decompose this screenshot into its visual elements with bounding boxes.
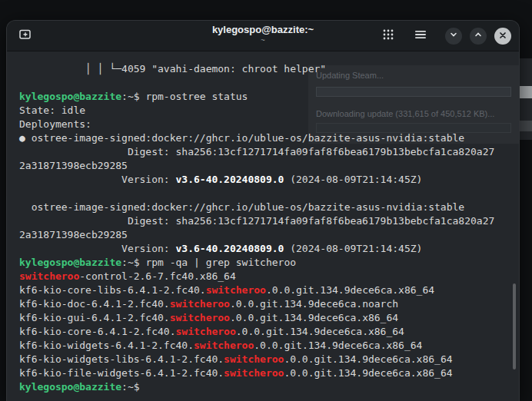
terminal-text: (2024-08-09T21:14:45Z) <box>284 174 422 185</box>
terminal-text: │ │ └─4059 "avahi-daemon: chroot helper" <box>19 63 326 75</box>
prompt-text: kylegospo@bazzite <box>19 381 121 393</box>
terminal-line: Version: v3.6-40.20240809.0 (2024-08-09T… <box>19 242 519 256</box>
grep-match: switcheroo <box>224 353 284 365</box>
terminal-text: .0.0.git.134.9dece6ca.x86_64 <box>266 284 434 296</box>
terminal-text: kf6-kio-file-widgets-6.4.1-2.fc40. <box>19 367 224 379</box>
terminal-text: kf6-kio-core-6.4.1-2.fc40. <box>19 326 176 337</box>
new-tab-icon <box>19 28 32 43</box>
minimize-button[interactable] <box>445 28 462 45</box>
terminal-line: ● ostree-image-signed:docker://ghcr.io/u… <box>19 131 519 145</box>
terminal-line <box>19 187 519 200</box>
version-text: v3.6-40.20240809.0 <box>176 174 284 185</box>
steam-progress-edge-dim <box>520 121 532 131</box>
terminal-text: rpm-ostree status <box>145 91 248 102</box>
terminal-text: .0.0.git.134.9dece6ca.x86_64 <box>254 340 422 351</box>
grid-icon <box>382 28 394 44</box>
terminal-line: Digest: sha256:13cf1271714fa09faf8f6bea6… <box>19 214 519 228</box>
terminal-text: Digest: sha256:13cf1271714fa09faf8f6bea6… <box>19 146 494 157</box>
grep-match: switcheroo <box>206 284 266 296</box>
terminal-text: ostree-image-signed:docker://ghcr.io/ubl… <box>19 201 464 213</box>
terminal-text: (2024-08-09T21:14:45Z) <box>284 243 422 254</box>
terminal-text: Version: <box>19 174 176 185</box>
chevron-up-icon <box>473 29 484 43</box>
terminal-text: 2a31871398ecb29285 <box>19 229 128 240</box>
terminal-line: kf6-kio-core-6.4.1-2.fc40.switcheroo.0.0… <box>19 325 519 339</box>
terminal-text: .0.0.git.134.9dece6ca.x86_64 <box>284 353 452 365</box>
grep-match: switcheroo <box>170 298 230 310</box>
terminal-line: kylegospo@bazzite:~$ <box>19 380 519 394</box>
steam-progress-edge <box>520 86 532 98</box>
terminal-text: .0.0.git.134.9dece6ca.noarch <box>230 298 398 310</box>
terminal-text: kf6-kio-widgets-libs-6.4.1-2.fc40. <box>19 353 224 365</box>
terminal-window: kylegospo@bazzite:~ ~ <box>6 20 520 401</box>
terminal-line: ostree-image-signed:docker://ghcr.io/ubl… <box>19 200 519 214</box>
terminal-text: kf6-kio-doc-6.4.1-2.fc40. <box>19 298 170 310</box>
terminal-text: -control-2.6-7.fc40.x86_64 <box>79 270 236 282</box>
terminal-line: │ │ └─4059 "avahi-daemon: chroot helper" <box>19 62 519 76</box>
terminal-line: kf6-kio-widgets-6.4.1-2.fc40.switcheroo.… <box>19 339 519 353</box>
terminal-text: Deployments: <box>19 118 91 130</box>
prompt-text: kylegospo@bazzite <box>19 257 121 268</box>
terminal-line: State: idle <box>19 104 519 118</box>
grep-match: switcheroo <box>194 340 254 351</box>
grep-match: switcheroo <box>170 312 230 323</box>
terminal-text: rpm -qa | grep switcheroo <box>145 257 296 268</box>
terminal-line: kf6-kio-widgets-libs-6.4.1-2.fc40.switch… <box>19 353 519 366</box>
terminal-line: 2a31871398ecb29285 <box>19 228 519 242</box>
terminal-text: kf6-kio-gui-6.4.1-2.fc40. <box>19 312 170 323</box>
terminal-line: Deployments: <box>19 118 519 131</box>
terminal-text: ● ostree-image-signed:docker://ghcr.io/u… <box>19 132 464 144</box>
terminal-line <box>19 76 519 90</box>
terminal-line: Digest: sha256:13cf1271714fa09faf8f6bea6… <box>19 145 519 159</box>
terminal-text: Digest: sha256:13cf1271714fa09faf8f6bea6… <box>19 215 494 227</box>
chevron-down-icon <box>448 29 459 43</box>
terminal-line: kf6-kio-file-widgets-6.4.1-2.fc40.switch… <box>19 366 519 380</box>
terminal-line: kylegospo@bazzite:~$ rpm -qa | grep swit… <box>19 256 519 270</box>
terminal-text: Version: <box>19 243 176 254</box>
terminal-line: kf6-kio-doc-6.4.1-2.fc40.switcheroo.0.0.… <box>19 297 519 311</box>
grep-match: switcheroo <box>19 270 79 282</box>
terminal-text: 2a31871398ecb29285 <box>19 160 128 171</box>
terminal-line: kylegospo@bazzite:~$ rpm-ostree status <box>19 90 519 104</box>
close-icon <box>498 29 507 43</box>
terminal-line: 2a31871398ecb29285 <box>19 159 519 173</box>
tab-overview-button[interactable] <box>377 25 399 47</box>
menu-button[interactable] <box>410 25 431 47</box>
version-text: v3.6-40.20240809.0 <box>176 243 284 254</box>
terminal-text: :~$ <box>121 91 145 102</box>
terminal-text: kf6-kio-core-libs-6.4.1-2.fc40. <box>19 284 206 296</box>
terminal-line: kf6-kio-gui-6.4.1-2.fc40.switcheroo.0.0.… <box>19 311 519 325</box>
terminal-line: switcheroo-control-2.6-7.fc40.x86_64 <box>19 270 519 283</box>
terminal-screen[interactable]: Updating Steam... Downloading update (33… <box>7 51 519 401</box>
terminal-text: State: idle <box>19 104 85 116</box>
window-controls <box>377 25 511 47</box>
maximize-button[interactable] <box>470 28 487 45</box>
terminal-text: :~$ <box>121 257 145 268</box>
terminal-text: kf6-kio-widgets-6.4.1-2.fc40. <box>19 340 194 351</box>
grep-match: switcheroo <box>224 367 284 379</box>
terminal-line: kf6-kio-core-libs-6.4.1-2.fc40.switchero… <box>19 283 519 297</box>
terminal-line: Version: v3.6-40.20240809.0 (2024-08-09T… <box>19 173 519 187</box>
terminal-output: │ │ └─4059 "avahi-daemon: chroot helper"… <box>7 51 519 394</box>
terminal-text: .0.0.git.134.9dece6ca.x86_64 <box>230 312 398 323</box>
terminal-text: :~$ <box>121 381 145 393</box>
hamburger-icon <box>414 29 427 43</box>
scrollbar[interactable] <box>513 283 516 370</box>
terminal-text: .0.0.git.134.9dece6ca.x86_64 <box>284 367 452 379</box>
prompt-text: kylegospo@bazzite <box>19 91 121 102</box>
grep-match: switcheroo <box>176 326 236 337</box>
titlebar[interactable]: kylegospo@bazzite:~ ~ <box>7 21 519 51</box>
terminal-text: .0.0.git.134.9dece6ca.x86_64 <box>236 326 404 337</box>
close-button[interactable] <box>494 28 511 45</box>
new-tab-button[interactable] <box>15 25 36 47</box>
